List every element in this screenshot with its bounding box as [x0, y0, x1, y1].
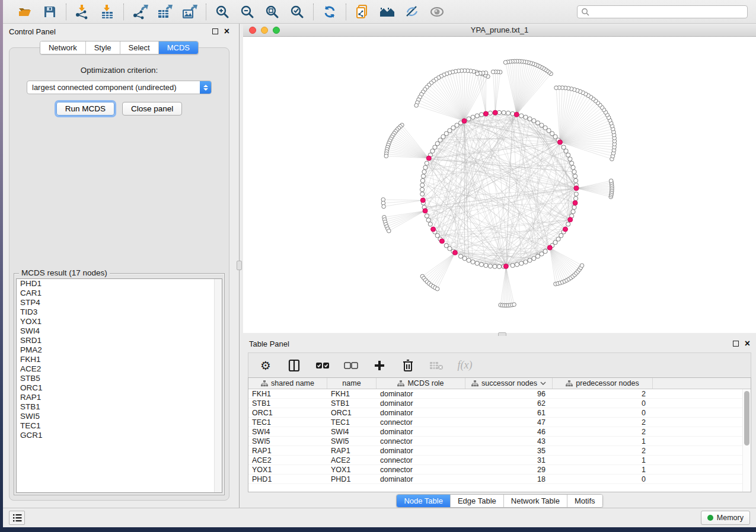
- column-header-shared-name[interactable]: shared name: [248, 378, 327, 389]
- tab-network-table[interactable]: Network Table: [504, 495, 567, 507]
- column-chooser-icon[interactable]: [286, 358, 302, 373]
- mcds-result-item[interactable]: PHD1: [17, 279, 222, 289]
- open-file-icon[interactable]: [17, 4, 33, 20]
- network-node[interactable]: [543, 249, 547, 254]
- column-header-successor-nodes[interactable]: successor nodes: [465, 378, 553, 389]
- new-network-icon[interactable]: [354, 4, 371, 20]
- network-node[interactable]: [506, 111, 510, 115]
- mcds-result-item[interactable]: STB1: [17, 402, 222, 412]
- table-row[interactable]: ORC1ORC1dominator610: [248, 408, 742, 418]
- mcds-node[interactable]: [493, 110, 497, 115]
- vertical-splitter[interactable]: [235, 24, 243, 508]
- search-field[interactable]: [577, 5, 748, 18]
- network-node[interactable]: [426, 218, 430, 222]
- table-row[interactable]: SWI5SWI5connector431: [248, 437, 742, 446]
- close-panel-button[interactable]: Close panel: [122, 102, 182, 116]
- home-icon[interactable]: [379, 4, 395, 20]
- network-node[interactable]: [535, 254, 540, 258]
- network-node[interactable]: [554, 86, 559, 90]
- network-node[interactable]: [435, 287, 439, 291]
- network-node[interactable]: [479, 262, 483, 267]
- mcds-result-item[interactable]: TID3: [17, 307, 222, 317]
- zoom-in-icon[interactable]: [214, 4, 231, 20]
- mcds-node[interactable]: [423, 209, 428, 213]
- splitter-handle[interactable]: [237, 261, 242, 270]
- network-node[interactable]: [467, 117, 471, 121]
- network-node[interactable]: [503, 60, 508, 65]
- network-node[interactable]: [420, 187, 424, 191]
- network-node[interactable]: [609, 179, 613, 183]
- mcds-result-item[interactable]: SWI5: [17, 412, 222, 421]
- float-table-panel-icon[interactable]: [733, 341, 739, 347]
- table-scrollbar[interactable]: [742, 389, 751, 492]
- network-node[interactable]: [475, 114, 479, 118]
- memory-button[interactable]: Memory: [701, 511, 750, 525]
- mcds-node[interactable]: [574, 186, 579, 191]
- network-node[interactable]: [562, 145, 566, 149]
- network-node[interactable]: [568, 157, 572, 161]
- tab-edge-table[interactable]: Edge Table: [451, 495, 504, 507]
- network-node[interactable]: [573, 174, 577, 178]
- tab-style[interactable]: Style: [86, 41, 120, 54]
- network-node[interactable]: [566, 153, 570, 157]
- mcds-result-item[interactable]: PMA2: [17, 345, 222, 355]
- network-node[interactable]: [488, 111, 492, 115]
- save-session-icon[interactable]: [42, 4, 58, 20]
- deselect-all-icon[interactable]: [343, 358, 359, 373]
- mcds-result-item[interactable]: STP4: [17, 298, 222, 307]
- tab-network[interactable]: Network: [40, 41, 86, 54]
- mcds-node[interactable]: [557, 140, 562, 145]
- mcds-result-item[interactable]: RAP1: [17, 393, 222, 402]
- network-node[interactable]: [422, 169, 426, 174]
- search-input[interactable]: [592, 8, 744, 16]
- network-node[interactable]: [564, 149, 568, 153]
- network-node[interactable]: [524, 260, 528, 264]
- network-node[interactable]: [491, 70, 495, 74]
- table-row[interactable]: SWI4SWI4dominator462: [248, 427, 742, 437]
- float-panel-icon[interactable]: [212, 28, 218, 34]
- mcds-list-scrollbar[interactable]: [214, 279, 222, 492]
- mcds-result-item[interactable]: FKH1: [17, 355, 222, 364]
- network-node[interactable]: [524, 115, 528, 119]
- tab-select[interactable]: Select: [120, 41, 159, 54]
- network-node[interactable]: [519, 261, 524, 265]
- network-node[interactable]: [574, 196, 578, 200]
- mcds-result-item[interactable]: GCR1: [17, 431, 222, 440]
- network-node[interactable]: [502, 111, 506, 115]
- network-node[interactable]: [528, 258, 532, 262]
- network-node[interactable]: [420, 178, 425, 182]
- network-node[interactable]: [384, 154, 388, 158]
- add-column-icon[interactable]: [372, 358, 387, 373]
- zoom-fit-icon[interactable]: [264, 4, 280, 20]
- table-row[interactable]: ACE2ACE2connector311: [248, 456, 742, 465]
- refresh-icon[interactable]: [321, 4, 338, 20]
- mcds-node[interactable]: [452, 250, 457, 255]
- scrollbar-thumb[interactable]: [744, 391, 749, 446]
- network-node[interactable]: [423, 165, 428, 169]
- export-network-icon[interactable]: [132, 4, 148, 20]
- network-node[interactable]: [471, 260, 475, 264]
- mcds-node[interactable]: [514, 112, 519, 117]
- table-row[interactable]: STB1STB1dominator620: [248, 399, 742, 408]
- network-node[interactable]: [571, 210, 575, 214]
- mcds-node[interactable]: [503, 264, 508, 269]
- column-header-MCDS-role[interactable]: MCDS role: [377, 378, 465, 389]
- network-node[interactable]: [572, 205, 576, 209]
- network-node[interactable]: [420, 192, 425, 196]
- network-node[interactable]: [515, 262, 519, 267]
- network-node[interactable]: [566, 222, 570, 226]
- network-titlebar[interactable]: YPA_prune.txt_1: [243, 24, 756, 37]
- mcds-result-item[interactable]: CAR1: [17, 289, 222, 298]
- network-node[interactable]: [479, 113, 483, 117]
- network-node[interactable]: [511, 263, 515, 267]
- column-header-name[interactable]: name: [327, 378, 377, 389]
- hide-graphics-icon[interactable]: [404, 4, 420, 20]
- mcds-node[interactable]: [462, 118, 467, 123]
- network-node[interactable]: [433, 145, 437, 149]
- mcds-result-item[interactable]: SWI4: [17, 326, 222, 336]
- network-node[interactable]: [540, 123, 544, 127]
- network-node[interactable]: [571, 165, 575, 169]
- table-row[interactable]: YOX1YOX1connector291: [248, 465, 742, 475]
- network-node[interactable]: [532, 257, 536, 261]
- import-network-icon[interactable]: [74, 4, 91, 20]
